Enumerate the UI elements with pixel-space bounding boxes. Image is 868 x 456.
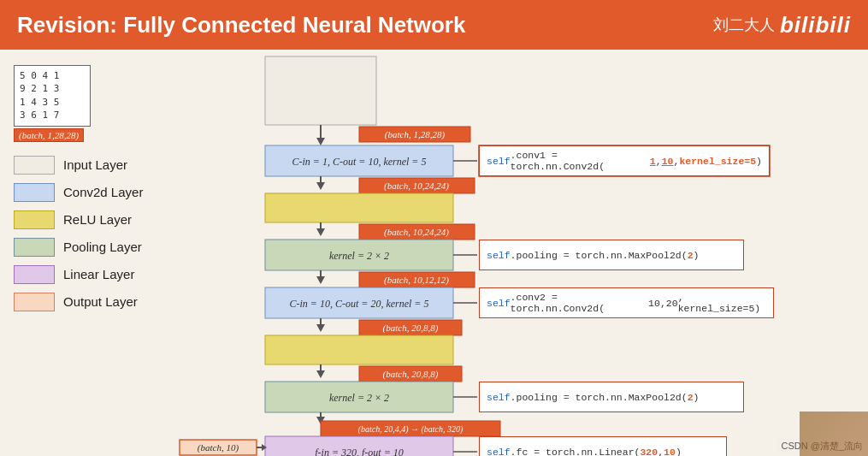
code-conv1-text: .conv1 = torch.nn.Conv2d( [511,150,650,172]
code-linear-arg1: 320 [640,447,658,457]
code-conv2-text: .conv2 = torch.nn.Conv2d( [511,292,649,314]
content-area: 5 0 4 1 9 2 1 3 1 4 3 5 3 6 1 7 (batch, … [0,50,868,456]
svg-marker-2 [316,138,325,145]
svg-rect-3 [359,127,470,142]
legend-pooling-layer: Pooling Layer [14,238,157,257]
legend-conv2d-box [14,183,55,202]
code-conv2-arg1: 10 [648,298,660,309]
svg-rect-9 [359,178,475,193]
svg-text:kernel = 2 × 2: kernel = 2 × 2 [329,250,389,262]
svg-marker-8 [316,182,325,190]
legend-output-box [14,293,55,311]
code-conv2: self.conv2 = torch.nn.Conv2d(10, 20, ker… [479,287,774,318]
code-pool2-self: self [487,392,511,403]
code-pool2-text: .pooling = torch.nn.MaxPool2d( [511,392,688,403]
svg-text:(batch, 20,8,8): (batch, 20,8,8) [383,369,439,380]
svg-marker-25 [316,324,325,332]
brand: 刘二大人 bilibili [713,12,851,38]
legend-conv2d-layer: Conv2d Layer [14,183,157,202]
code-conv1-arg1: 1 [650,156,656,167]
code-conv2-arg2: 20 [666,298,678,309]
svg-text:C‑in = 10, C‑out = 20, kernel : C‑in = 10, C‑out = 20, kernel = 5 [290,298,429,310]
code-conv1-arg3: kernel_size=5 [679,156,756,167]
svg-text:kernel = 2 × 2: kernel = 2 × 2 [329,392,389,404]
legend: 5 0 4 1 9 2 1 3 1 4 3 5 3 6 1 7 (batch, … [0,50,171,456]
svg-rect-20 [359,272,475,287]
code-linear: self.fc = torch.nn.Linear(320, 10) [479,436,727,456]
code-pool1-self: self [487,250,511,261]
svg-rect-11 [265,193,453,222]
mnist-grid: 5 0 4 1 9 2 1 3 1 4 3 5 3 6 1 7 [14,65,91,127]
code-linear-arg2: 10 [664,447,676,457]
legend-input-box [14,156,55,175]
svg-text:(batch, 10,12,12): (batch, 10,12,12) [384,275,449,286]
legend-relu-layer: ReLU Layer [14,210,157,229]
code-pool2-arg: 2 [688,392,694,403]
svg-rect-28 [265,335,453,364]
code-conv2-self: self [487,298,511,309]
legend-linear-box [14,265,55,284]
code-pool1-text: .pooling = torch.nn.MaxPool2d( [511,250,688,261]
legend-input-layer: Input Layer [14,156,157,175]
code-conv1-self: self [487,156,511,167]
svg-rect-41 [180,440,257,455]
code-pool2: self.pooling = torch.nn.MaxPool2d(2) [479,382,744,412]
legend-output-layer: Output Layer [14,293,157,311]
svg-rect-33 [265,382,453,412]
legend-pooling-label: Pooling Layer [63,240,142,254]
svg-rect-26 [359,320,462,335]
brand-bilibili: bilibili [780,12,851,38]
code-linear-text: .fc = torch.nn.Linear( [511,447,641,457]
svg-text:(batch, 20,8,8): (batch, 20,8,8) [383,323,439,334]
brand-chinese: 刘二大人 [713,15,775,35]
svg-marker-19 [316,276,325,284]
code-pool1-arg: 2 [688,250,694,261]
legend-relu-box [14,210,55,229]
header: Revision: Fully Connected Neural Network… [0,0,868,50]
svg-text:(batch, 10,24,24): (batch, 10,24,24) [384,181,449,192]
svg-text:(batch, 10): (batch, 10) [198,442,239,453]
page-title: Revision: Fully Connected Neural Network [17,12,465,38]
svg-marker-36 [316,417,325,424]
svg-rect-22 [265,287,453,318]
svg-marker-30 [316,370,325,378]
svg-text:(batch, 1,28,28): (batch, 1,28,28) [385,129,446,140]
svg-rect-0 [265,56,376,125]
svg-text:(batch, 20,4,4) → (batch, 320): (batch, 20,4,4) → (batch, 320) [358,424,464,435]
svg-rect-5 [265,145,453,176]
code-conv1-arg2: 10 [662,156,674,167]
legend-pooling-box [14,238,55,257]
legend-output-label: Output Layer [63,294,138,309]
svg-text:(batch, 10,24,24): (batch, 10,24,24) [384,227,449,238]
main-container: { "header": { "title": "Revision: Fully … [0,0,868,456]
legend-linear-label: Linear Layer [63,267,134,281]
legend-conv2d-label: Conv2d Layer [63,185,143,199]
mnist-batch-label: (batch, 1,28,28) [14,128,84,142]
svg-text:f‑in = 320, f‑out = 10: f‑in = 320, f‑out = 10 [315,447,404,456]
code-linear-self: self [487,447,511,457]
svg-rect-16 [265,240,453,270]
code-conv1: self.conv1 = torch.nn.Conv2d(1, 10, kern… [479,145,770,176]
watermark-image [800,412,868,456]
svg-rect-31 [359,366,462,382]
svg-rect-37 [321,421,500,436]
legend-relu-label: ReLU Layer [63,212,132,227]
svg-rect-14 [359,224,475,240]
svg-marker-13 [316,228,325,236]
svg-text:C‑in = 1, C‑out = 10, kernel =: C‑in = 1, C‑out = 10, kernel = 5 [292,156,427,168]
svg-rect-39 [265,436,453,456]
code-pool1: self.pooling = torch.nn.MaxPool2d(2) [479,240,744,270]
legend-input-label: Input Layer [63,157,127,172]
legend-linear-layer: Linear Layer [14,265,157,284]
svg-marker-44 [262,444,267,451]
diagram-area: (batch, 1,28,28) C‑in = 1, C‑out = 10, k… [171,50,868,456]
